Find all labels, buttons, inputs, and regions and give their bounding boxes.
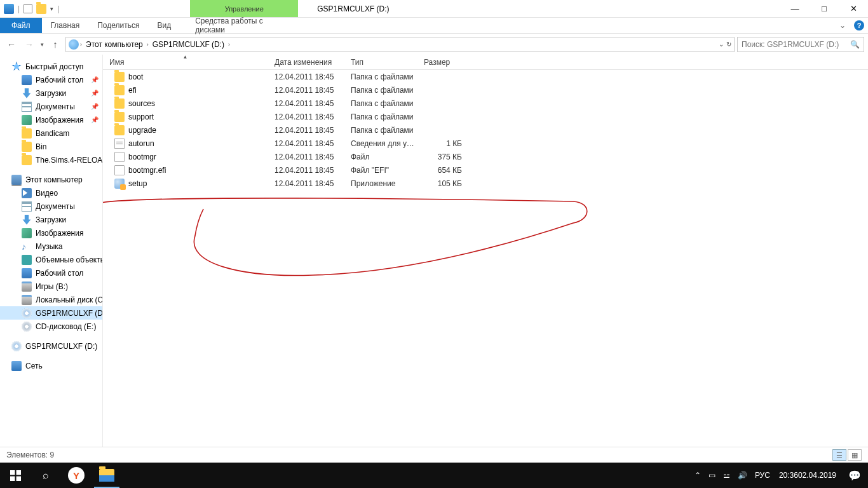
sidebar-item-label: Видео [36, 189, 58, 198]
breadcrumb-this-pc[interactable]: Этот компьютер [83, 40, 146, 49]
disc-icon [22, 322, 32, 332]
battery-icon[interactable]: ▭ [705, 463, 719, 488]
sidebar-item[interactable]: CD-дисковод (E:) [0, 320, 102, 333]
tab-view[interactable]: Вид [148, 18, 180, 33]
clock[interactable]: 20:3602.04.2019 [774, 463, 841, 488]
file-row[interactable]: upgrade12.04.2011 18:45Папка с файлами [103, 123, 868, 137]
volume-icon[interactable]: 🔊 [734, 463, 751, 488]
column-headers: Имя▲ Дата изменения Тип Размер [103, 55, 868, 70]
sidebar-item[interactable]: Изображения [0, 226, 102, 240]
details-view-button[interactable]: ☰ [832, 449, 846, 461]
checkbox-icon[interactable] [24, 4, 32, 13]
ribbon-collapse-icon[interactable]: ⌄ [835, 18, 850, 33]
sidebar-item[interactable]: Bandicam [0, 126, 102, 140]
breadcrumb-current[interactable]: GSP1RMCULXF (D:) [150, 40, 227, 49]
sidebar-item[interactable]: GSP1RMCULXF (D:) [0, 306, 102, 320]
user-annotation [103, 198, 595, 283]
file-type: Файл "EFI" [344, 166, 417, 175]
file-row[interactable]: autorun12.04.2011 18:45Сведения для уст.… [103, 137, 868, 150]
sidebar-item[interactable]: Изображения📌 [0, 113, 102, 126]
column-name[interactable]: Имя▲ [103, 55, 268, 69]
sidebar-item[interactable]: The.Sims.4-RELOAD [0, 153, 102, 166]
file-tab[interactable]: Файл [0, 18, 42, 33]
sidebar-item[interactable]: Загрузки📌 [0, 86, 102, 100]
system-icon[interactable] [4, 4, 14, 14]
system-tray: ⌃ ▭ ⚍ 🔊 РУС 20:3602.04.2019 💬 [691, 463, 868, 488]
language-indicator[interactable]: РУС [751, 463, 774, 488]
qat-dropdown-icon[interactable]: ▾ [50, 6, 53, 12]
sidebar-item[interactable]: Игры (B:) [0, 280, 102, 293]
breadcrumb-chevron-icon[interactable]: › [147, 41, 149, 48]
network-root[interactable]: Сеть [0, 359, 102, 372]
quick-access-root[interactable]: Быстрый доступ [0, 60, 102, 73]
doc-icon [22, 201, 32, 212]
qat-separator: | [18, 4, 20, 13]
address-bar[interactable]: › Этот компьютер › GSP1RMCULXF (D:) › ⌄ … [65, 37, 735, 52]
network-label: Сеть [25, 362, 43, 370]
pin-icon: 📌 [91, 90, 98, 97]
breadcrumb-chevron-icon[interactable]: › [228, 41, 230, 48]
wifi-icon[interactable]: ⚍ [719, 463, 734, 488]
sidebar-item[interactable]: ♪Музыка [0, 240, 102, 253]
tab-drive-tools[interactable]: Средства работы с дисками [186, 18, 294, 33]
file-type: Папка с файлами [344, 86, 417, 95]
thumbnails-view-button[interactable]: ▦ [848, 449, 862, 461]
quick-access-toolbar: | ▾ | [0, 0, 63, 17]
back-button[interactable]: ← [4, 37, 19, 52]
search-box[interactable]: Поиск: GSP1RMCULXF (D:) 🔍 [737, 37, 864, 52]
drive-shortcut[interactable]: GSP1RMCULXF (D:) [0, 339, 102, 353]
file-row[interactable]: boot12.04.2011 18:45Папка с файлами [103, 70, 868, 83]
action-center-icon[interactable]: 💬 [841, 463, 868, 488]
file-row[interactable]: bootmgr.efi12.04.2011 18:45Файл "EFI"654… [103, 163, 868, 177]
start-button[interactable] [0, 463, 31, 488]
file-name: support [128, 112, 154, 121]
disc-icon [11, 341, 22, 351]
pin-icon: 📌 [91, 116, 98, 123]
file-row[interactable]: sources12.04.2011 18:45Папка с файлами [103, 97, 868, 110]
sidebar-item[interactable]: Объемные объекты [0, 253, 102, 266]
tab-home[interactable]: Главная [42, 18, 89, 33]
drive-icon [22, 281, 32, 292]
open-folder-qat-icon[interactable] [36, 4, 46, 14]
folder-icon [114, 98, 125, 109]
column-size[interactable]: Размер [417, 55, 468, 69]
sidebar-item[interactable]: Bin [0, 140, 102, 153]
navigation-toolbar: ← → ▾ ↑ › Этот компьютер › GSP1RMCULXF (… [0, 34, 868, 55]
this-pc-root[interactable]: Этот компьютер [0, 173, 102, 186]
column-type[interactable]: Тип [344, 55, 417, 69]
sidebar-item-label: Загрузки [36, 215, 66, 224]
file-row[interactable]: bootmgr12.04.2011 18:45Файл375 КБ [103, 150, 868, 163]
file-row[interactable]: support12.04.2011 18:45Папка с файлами [103, 110, 868, 123]
sidebar-item[interactable]: Локальный диск (C [0, 293, 102, 306]
up-button[interactable]: ↑ [48, 37, 63, 52]
sidebar-item[interactable]: Документы📌 [0, 100, 102, 113]
navigation-pane[interactable]: Быстрый доступ Рабочий стол📌Загрузки📌Док… [0, 55, 103, 472]
sidebar-item[interactable]: Документы [0, 200, 102, 213]
history-dropdown-icon[interactable]: ▾ [41, 41, 44, 48]
tray-overflow-icon[interactable]: ⌃ [691, 463, 705, 488]
file-date: 12.04.2011 18:45 [268, 86, 344, 95]
ribbon-tabs: Файл Главная Поделиться Вид Средства раб… [0, 18, 868, 34]
taskbar-app-yandex[interactable] [61, 463, 92, 488]
file-row[interactable]: setup12.04.2011 18:45Приложение105 КБ [103, 177, 868, 190]
tab-share[interactable]: Поделиться [88, 18, 148, 33]
maximize-button[interactable]: □ [810, 0, 839, 17]
taskbar-search-button[interactable]: ⌕ [31, 463, 61, 488]
file-size: 105 КБ [417, 179, 468, 188]
breadcrumb-chevron-icon[interactable]: › [80, 41, 82, 48]
sidebar-item[interactable]: Рабочий стол [0, 266, 102, 280]
address-dropdown-icon[interactable]: ⌄ [719, 41, 724, 48]
refresh-icon[interactable]: ↻ [726, 41, 731, 48]
forward-button[interactable]: → [22, 37, 37, 52]
taskbar-app-explorer[interactable] [92, 463, 122, 488]
file-rows[interactable]: boot12.04.2011 18:45Папка с файламиefi12… [103, 70, 868, 472]
column-date[interactable]: Дата изменения [268, 55, 344, 69]
windows-icon [10, 470, 21, 481]
sidebar-item[interactable]: Загрузки [0, 213, 102, 226]
file-row[interactable]: efi12.04.2011 18:45Папка с файлами [103, 83, 868, 97]
minimize-button[interactable]: — [780, 0, 810, 17]
help-button[interactable]: ? [850, 18, 868, 33]
close-button[interactable]: ✕ [839, 0, 868, 17]
sidebar-item[interactable]: Видео [0, 186, 102, 200]
sidebar-item[interactable]: Рабочий стол📌 [0, 73, 102, 86]
